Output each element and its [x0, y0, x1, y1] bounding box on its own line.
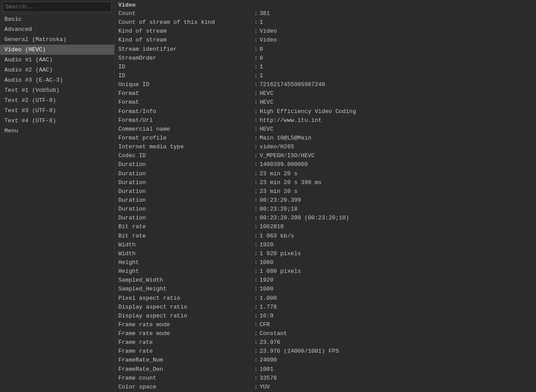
row-key: Unique ID	[118, 80, 251, 89]
table-row: Format/Info : High Efficiency Video Codi…	[118, 107, 532, 116]
table-row: Duration : 00:23:20;18	[118, 205, 532, 214]
sidebar-item-text-4-utf8[interactable]: Text #4 (UTF-8)	[0, 116, 114, 126]
row-val: 00:23:20;18	[260, 205, 298, 214]
row-val: 1062818	[260, 222, 284, 231]
row-key: Frame count	[118, 374, 251, 383]
row-key: Width	[118, 249, 251, 258]
row-key: Sampled_Width	[118, 276, 251, 285]
row-val: Main 10@L5@Main	[260, 134, 311, 143]
row-val: Constant	[260, 329, 287, 338]
row-val: 23 min 20 s 399 ms	[260, 178, 321, 187]
row-val: 381	[260, 9, 270, 18]
row-sep: :	[251, 36, 260, 45]
row-val: Video	[260, 27, 277, 36]
row-key: Duration	[118, 205, 251, 214]
row-key: Format profile	[118, 134, 251, 143]
row-val: 1 080 pixels	[260, 267, 301, 276]
row-key: Frame rate mode	[118, 320, 251, 329]
row-key: Height	[118, 267, 251, 276]
row-key: FrameRate_Den	[118, 365, 251, 374]
row-key: Codec ID	[118, 151, 251, 160]
sidebar-item-audio-1-aac[interactable]: Audio #1 (AAC)	[0, 55, 114, 65]
row-key: FrameRate_Num	[118, 356, 251, 365]
search-box[interactable]	[0, 0, 114, 14]
sidebar-item-audio-2-aac[interactable]: Audio #2 (AAC)	[0, 65, 114, 75]
row-key: Bit rate	[118, 222, 251, 231]
row-sep: :	[251, 294, 260, 303]
row-val: 1.778	[260, 303, 277, 312]
table-row: StreamOrder : 0	[118, 54, 532, 63]
table-row: Format/Url : http://www.itu.int	[118, 116, 532, 125]
row-val: http://www.itu.int	[260, 116, 321, 125]
row-sep: :	[251, 143, 260, 151]
table-row: Format profile : Main 10@L5@Main	[118, 134, 532, 143]
table-row: Width : 1 920 pixels	[118, 249, 532, 258]
row-sep: :	[251, 303, 260, 312]
row-key: Count of stream of this kind	[118, 18, 251, 27]
table-row: Duration : 23 min 20 s	[118, 170, 532, 178]
table-row: Height : 1 080 pixels	[118, 267, 532, 276]
sidebar: BasicAdvancedGeneral (Matroska)Video (HE…	[0, 0, 115, 392]
row-sep: :	[251, 356, 260, 365]
row-key: Internet media type	[118, 143, 251, 151]
table-row: Height : 1080	[118, 258, 532, 267]
table-row: Duration : 23 min 20 s	[118, 187, 532, 196]
row-sep: :	[251, 18, 260, 27]
sidebar-item-basic[interactable]: Basic	[0, 14, 114, 24]
row-sep: :	[251, 98, 260, 107]
row-sep: :	[251, 134, 260, 143]
table-row: Frame rate mode : CFR	[118, 320, 532, 329]
row-val: 1	[260, 72, 263, 80]
row-sep: :	[251, 267, 260, 276]
row-key: ID	[118, 63, 251, 72]
row-val: 1920	[260, 276, 273, 285]
table-row: Kind of stream : Video	[118, 27, 532, 36]
sidebar-item-text-2-utf8[interactable]: Text #2 (UTF-8)	[0, 95, 114, 106]
table-row: Internet media type : video/H265	[118, 143, 532, 151]
row-sep: :	[251, 249, 260, 258]
sidebar-item-text-3-utf8[interactable]: Text #3 (UTF-8)	[0, 106, 114, 116]
row-val: 23 min 20 s	[260, 170, 298, 178]
row-key: StreamOrder	[118, 54, 251, 63]
row-sep: :	[251, 347, 260, 356]
table-row: Bit rate : 1062818	[118, 222, 532, 231]
row-key: Frame rate mode	[118, 329, 251, 338]
row-val: HEVC	[260, 125, 273, 134]
row-sep: :	[251, 205, 260, 214]
row-key: Pixel aspect ratio	[118, 294, 251, 303]
table-row: Display aspect ratio : 1.778	[118, 303, 532, 312]
row-key: Color space	[118, 383, 251, 392]
row-sep: :	[251, 241, 260, 249]
row-key: Height	[118, 258, 251, 267]
row-sep: :	[251, 160, 260, 169]
table-row: ID : 1	[118, 72, 532, 80]
row-val: 16:9	[260, 312, 273, 320]
row-sep: :	[251, 285, 260, 294]
row-val: 1400399.000000	[260, 160, 308, 169]
row-val: 1080	[260, 285, 273, 294]
table-row: Format : HEVC	[118, 98, 532, 107]
row-sep: :	[251, 187, 260, 196]
sidebar-item-advanced[interactable]: Advanced	[0, 24, 114, 34]
table-row: Duration : 1400399.000000	[118, 160, 532, 169]
table-row: Bit rate : 1 063 kb/s	[118, 232, 532, 241]
row-key: Format	[118, 89, 251, 98]
row-key: Count	[118, 9, 251, 18]
nav-items: BasicAdvancedGeneral (Matroska)Video (HE…	[0, 14, 114, 136]
sidebar-item-menu[interactable]: Menu	[0, 126, 114, 136]
sidebar-item-audio-3-eac3[interactable]: Audio #3 (E-AC-3)	[0, 75, 114, 85]
sidebar-item-video-hevc[interactable]: Video (HEVC)	[0, 45, 114, 55]
row-val: 33576	[260, 374, 277, 383]
table-row: Duration : 23 min 20 s 399 ms	[118, 178, 532, 187]
row-key: ID	[118, 72, 251, 80]
row-sep: :	[251, 80, 260, 89]
row-sep: :	[251, 232, 260, 241]
row-sep: :	[251, 178, 260, 187]
table-row: Frame rate : 23.976 (24000/1001) FPS	[118, 347, 532, 356]
search-input[interactable]	[3, 2, 112, 12]
row-key: Width	[118, 241, 251, 249]
sidebar-item-general-matroska[interactable]: General (Matroska)	[0, 34, 114, 45]
sidebar-item-text-1-vobsub[interactable]: Text #1 (VobSub)	[0, 85, 114, 95]
table-row: Display aspect ratio : 16:9	[118, 312, 532, 320]
data-rows: Count : 381Count of stream of this kind …	[118, 9, 532, 392]
